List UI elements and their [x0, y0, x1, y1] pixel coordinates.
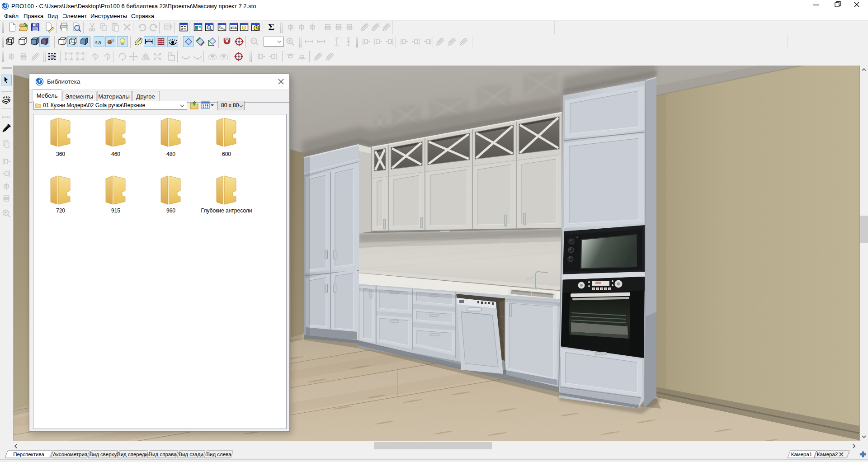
svg-text:Камера2: Камера2 — [817, 452, 838, 457]
svg-text:Мебель: Мебель — [37, 92, 58, 99]
svg-text:Перспектива: Перспектива — [13, 452, 44, 457]
svg-text:Аксонометрия: Аксонометрия — [53, 452, 87, 457]
svg-text:Другое: Другое — [136, 93, 155, 100]
svg-text:a: a — [98, 39, 101, 46]
svg-text:Элементы: Элементы — [65, 93, 93, 100]
svg-text:Σ: Σ — [268, 22, 274, 33]
svg-text:Камера1: Камера1 — [791, 452, 812, 457]
svg-text:a: a — [95, 39, 98, 44]
svg-text:Вид спереди: Вид спереди — [117, 452, 148, 457]
svg-text:Вид справа: Вид справа — [149, 452, 177, 457]
svg-text:123: 123 — [148, 39, 151, 41]
svg-text:Вид сверху: Вид сверху — [90, 452, 117, 457]
svg-text:Материалы: Материалы — [98, 93, 130, 100]
svg-text:Вид сзади: Вид сзади — [179, 452, 203, 457]
svg-text:Вид слева: Вид слева — [206, 452, 231, 457]
